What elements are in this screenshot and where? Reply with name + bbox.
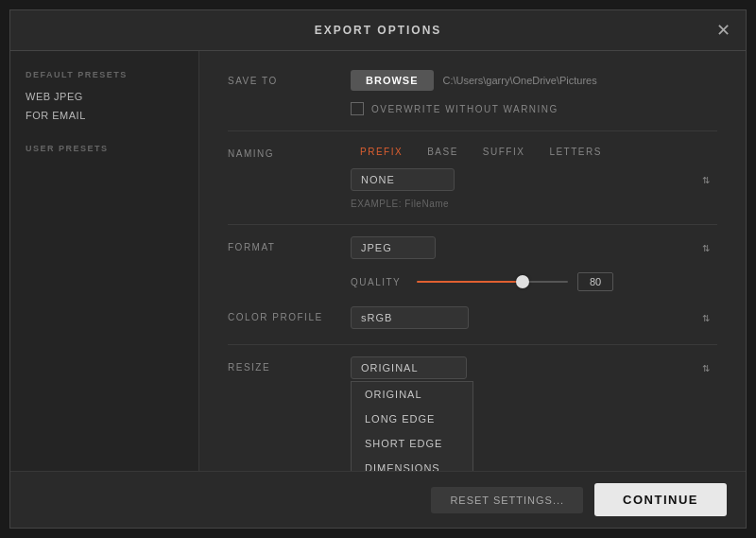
- color-profile-select[interactable]: sRGB Adobe RGB ProPhoto RGB: [351, 306, 469, 329]
- color-profile-arrow: ⇅: [702, 313, 710, 323]
- save-path: C:\Users\garry\OneDrive\Pictures: [443, 75, 597, 86]
- naming-select-arrow: ⇅: [702, 175, 710, 185]
- naming-example: EXAMPLE: FileName: [351, 199, 717, 209]
- divider-2: [228, 224, 717, 225]
- naming-select[interactable]: NONE DATE SEQUENCE CUSTOM: [351, 168, 455, 191]
- naming-select-wrap: NONE DATE SEQUENCE CUSTOM ⇅: [351, 168, 717, 191]
- color-profile-row: COLOR PROFILE sRGB Adobe RGB ProPhoto RG…: [228, 306, 717, 329]
- save-to-content: BROWSE C:\Users\garry\OneDrive\Pictures …: [351, 70, 717, 115]
- dialog-header: EXPORT OPTIONS ✕: [10, 10, 746, 51]
- save-to-row: SAVE TO BROWSE C:\Users\garry\OneDrive\P…: [228, 70, 717, 115]
- reset-button[interactable]: RESET SETTINGS...: [431, 487, 583, 513]
- user-presets-label: USER PRESETS: [26, 144, 183, 153]
- dropdown-item-short-edge[interactable]: SHORT EDGE: [352, 431, 472, 456]
- sidebar-item-for-email[interactable]: FOR EMAIL: [26, 106, 183, 125]
- save-to-label: SAVE TO: [228, 70, 351, 86]
- sidebar-item-web-jpeg[interactable]: WEB JPEG: [26, 87, 183, 106]
- export-options-dialog: EXPORT OPTIONS ✕ DEFAULT PRESETS WEB JPE…: [9, 9, 747, 529]
- naming-label: NAMING: [228, 143, 351, 159]
- quality-label: QUALITY: [351, 277, 407, 287]
- resize-dropdown-popup: ORIGINAL LONG EDGE SHORT EDGE DIMENSIONS: [351, 381, 473, 471]
- divider-1: [228, 130, 717, 131]
- color-profile-label: COLOR PROFILE: [228, 306, 351, 322]
- quality-slider-container: [417, 281, 568, 283]
- quality-slider-thumb[interactable]: [516, 275, 529, 288]
- browse-button[interactable]: BROWSE: [351, 70, 434, 91]
- default-presets-section: DEFAULT PRESETS WEB JPEG FOR EMAIL: [26, 70, 183, 125]
- user-presets-section: USER PRESETS: [26, 144, 183, 153]
- divider-3: [228, 344, 717, 345]
- dialog-title: EXPORT OPTIONS: [315, 24, 442, 37]
- format-content: JPEG PNG TIFF DNG ⇅ QUALITY: [351, 236, 717, 291]
- format-select-arrow: ⇅: [702, 243, 710, 253]
- quality-row: QUALITY 80: [351, 272, 717, 291]
- color-profile-content: sRGB Adobe RGB ProPhoto RGB ⇅: [351, 306, 717, 329]
- format-select[interactable]: JPEG PNG TIFF DNG: [351, 236, 436, 259]
- sidebar: DEFAULT PRESETS WEB JPEG FOR EMAIL USER …: [10, 51, 199, 471]
- dialog-footer: RESET SETTINGS... CONTINUE: [10, 471, 746, 528]
- default-presets-label: DEFAULT PRESETS: [26, 70, 183, 79]
- resize-select[interactable]: ORIGINAL LONG EDGE SHORT EDGE DIMENSIONS: [351, 356, 467, 379]
- resize-label: RESIZE: [228, 356, 351, 373]
- resize-select-wrap: ORIGINAL LONG EDGE SHORT EDGE DIMENSIONS…: [351, 356, 717, 379]
- naming-row: NAMING PREFIX BASE SUFFIX LETTERS NONE D…: [228, 143, 717, 209]
- format-row: FORMAT JPEG PNG TIFF DNG ⇅ QUALITY: [228, 236, 717, 291]
- dropdown-item-dimensions[interactable]: DIMENSIONS: [352, 456, 472, 471]
- tab-base[interactable]: BASE: [418, 143, 468, 161]
- format-select-wrap: JPEG PNG TIFF DNG ⇅: [351, 236, 717, 259]
- tab-letters[interactable]: LETTERS: [540, 143, 611, 161]
- tab-prefix[interactable]: PREFIX: [351, 143, 412, 161]
- main-content: SAVE TO BROWSE C:\Users\garry\OneDrive\P…: [199, 51, 746, 471]
- naming-content: PREFIX BASE SUFFIX LETTERS NONE DATE SEQ…: [351, 143, 717, 209]
- overwrite-checkbox[interactable]: [351, 102, 364, 115]
- continue-button[interactable]: CONTINUE: [594, 483, 727, 516]
- format-label: FORMAT: [228, 236, 351, 252]
- dropdown-item-original[interactable]: ORIGINAL: [352, 382, 472, 407]
- resize-row: RESIZE ORIGINAL LONG EDGE SHORT EDGE DIM…: [228, 356, 717, 379]
- dropdown-item-long-edge[interactable]: LONG EDGE: [352, 407, 472, 431]
- quality-input[interactable]: 80: [577, 272, 613, 291]
- dialog-body: DEFAULT PRESETS WEB JPEG FOR EMAIL USER …: [10, 51, 746, 471]
- tab-suffix[interactable]: SUFFIX: [473, 143, 535, 161]
- resize-content: ORIGINAL LONG EDGE SHORT EDGE DIMENSIONS…: [351, 356, 717, 379]
- resize-select-arrow: ⇅: [702, 363, 710, 373]
- quality-slider-track: [417, 281, 568, 283]
- naming-tabs: PREFIX BASE SUFFIX LETTERS: [351, 143, 717, 161]
- color-profile-select-wrap: sRGB Adobe RGB ProPhoto RGB ⇅: [351, 306, 717, 329]
- overwrite-label: OVERWRITE WITHOUT WARNING: [371, 104, 558, 114]
- overwrite-checkbox-row: OVERWRITE WITHOUT WARNING: [351, 102, 717, 115]
- save-to-inline: BROWSE C:\Users\garry\OneDrive\Pictures: [351, 70, 717, 91]
- close-button[interactable]: ✕: [716, 22, 730, 39]
